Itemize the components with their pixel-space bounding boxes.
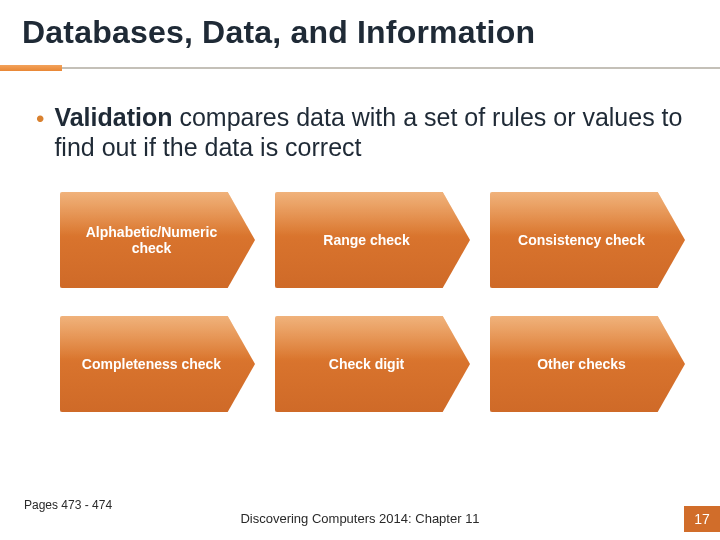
slide-number: 17 (694, 511, 710, 527)
footer-text: Discovering Computers 2014: Chapter 11 (240, 511, 479, 526)
slide: Databases, Data, and Information • Valid… (0, 0, 720, 540)
check-label: Consistency check (518, 232, 645, 248)
check-box: Check digit (275, 316, 470, 412)
check-box: Range check (275, 192, 470, 288)
slide-title: Databases, Data, and Information (0, 0, 720, 61)
bullet-line: • Validation compares data with a set of… (36, 103, 690, 162)
check-box: Other checks (490, 316, 685, 412)
checks-grid: Alphabetic/Numeric check Range check Con… (60, 192, 690, 412)
check-label: Check digit (329, 356, 404, 372)
check-label: Other checks (537, 356, 626, 372)
check-label: Range check (323, 232, 409, 248)
check-label: Completeness check (82, 356, 221, 372)
check-box: Consistency check (490, 192, 685, 288)
rule-gray (0, 67, 720, 69)
page-reference: Pages 473 - 474 (24, 498, 112, 512)
slide-number-badge: 17 (684, 506, 720, 532)
check-label: Alphabetic/Numeric check (70, 224, 233, 256)
check-box: Alphabetic/Numeric check (60, 192, 255, 288)
bullet-bold: Validation (54, 103, 172, 131)
title-rule (0, 63, 720, 73)
bullet-text: Validation compares data with a set of r… (54, 103, 690, 162)
rule-orange (0, 65, 62, 71)
bullet-icon: • (36, 107, 44, 162)
body: • Validation compares data with a set of… (0, 73, 720, 412)
check-box: Completeness check (60, 316, 255, 412)
